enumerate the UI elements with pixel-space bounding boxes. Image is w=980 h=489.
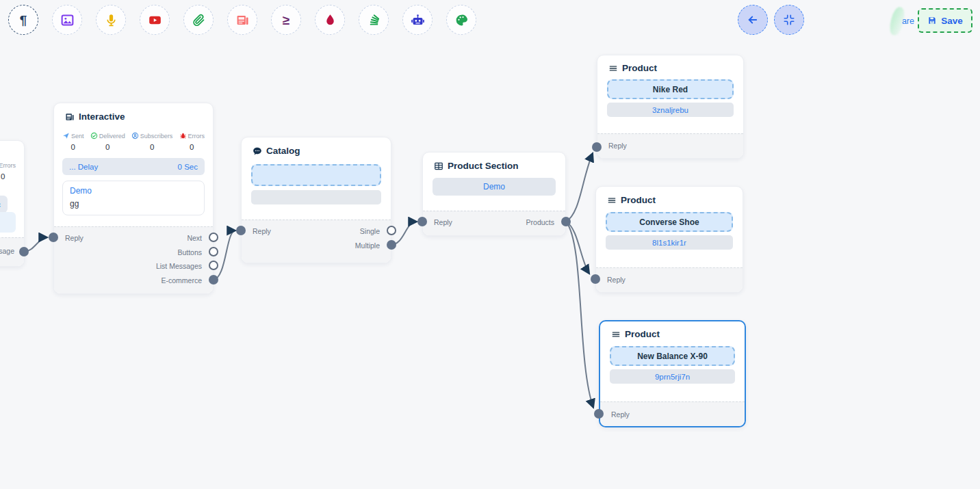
- hidden-port-message-label: Message: [0, 247, 14, 255]
- stat-label: Delivered: [99, 133, 125, 140]
- hidden-errors-value: 0: [1, 172, 5, 181]
- product-name-box[interactable]: Converse Shoe: [606, 212, 733, 232]
- paperclip-icon: [192, 13, 206, 27]
- hidden-delay-value: 0 Sec: [0, 200, 1, 209]
- paragraph-icon: ¶: [20, 14, 27, 27]
- retailer-id-text: 9prn5rji7n: [655, 373, 690, 381]
- node-interactive[interactable]: Interactive Sent 0 Delivered 0: [53, 103, 214, 294]
- port-interactive-buttons[interactable]: [209, 247, 218, 256]
- palette-icon: [454, 13, 469, 27]
- product-name: Nike Red: [653, 85, 688, 94]
- message-preview[interactable]: Demo gg: [62, 181, 205, 215]
- node-title: Catalog: [266, 146, 300, 156]
- message-body: gg: [70, 199, 197, 209]
- node-product-3[interactable]: Product New Balance X-90 9prn5rji7n Repl…: [599, 320, 746, 427]
- palette-chatbot-button[interactable]: [402, 5, 433, 35]
- microphone-icon: [104, 13, 118, 27]
- section-demo-button[interactable]: Demo: [433, 178, 556, 196]
- section-demo-label: Demo: [483, 182, 505, 191]
- stats-row: Sent 0 Delivered 0 Subscribers 0: [54, 132, 213, 151]
- stat-errors: Errors 0: [179, 132, 205, 151]
- port-catalog-single[interactable]: [387, 226, 396, 235]
- stat-value: 0: [190, 143, 194, 151]
- palette-drip-button[interactable]: [315, 5, 345, 35]
- hidden-delay-chip[interactable]: 0 Sec: [0, 196, 8, 213]
- port-product-section-reply[interactable]: [417, 217, 427, 226]
- node-product-2[interactable]: Product Converse Shoe 8l1s1kir1r Reply: [595, 186, 743, 293]
- check-circle-icon: [90, 132, 98, 140]
- port-interactive-list-messages[interactable]: [209, 261, 218, 270]
- port-catalog-multiple[interactable]: [387, 240, 396, 250]
- stat-label: Sent: [71, 133, 84, 140]
- catalog-icon: [253, 146, 262, 156]
- product-name: New Balance X-90: [637, 352, 708, 361]
- product-retailer-id: 8l1s1kir1r: [606, 235, 733, 250]
- grid-icon: [434, 161, 443, 171]
- palette-condition-button[interactable]: ≥: [271, 5, 301, 35]
- arrow-left-icon: [747, 14, 759, 26]
- bars-icon: [607, 196, 617, 205]
- stat-delivered: Delivered 0: [90, 132, 125, 151]
- newspaper-icon: [235, 13, 250, 27]
- stat-sent: Sent 0: [62, 132, 84, 151]
- stack-icon: [367, 13, 381, 27]
- palette-image-button[interactable]: [52, 5, 82, 35]
- port-reply-label: Reply: [607, 276, 626, 284]
- stat-label: Errors: [188, 133, 205, 140]
- catalog-dropzone[interactable]: [251, 164, 381, 186]
- edge-products-to-product1-reply: [566, 153, 593, 222]
- greater-equal-icon: ≥: [283, 14, 289, 27]
- stat-value: 0: [71, 143, 75, 151]
- delay-value: 0 Sec: [178, 163, 198, 171]
- share-label-partial: are: [902, 16, 914, 26]
- port-multiple-label: Multiple: [355, 241, 380, 250]
- port-ecommerce-label: E-commerce: [161, 276, 202, 285]
- stat-value: 0: [150, 143, 154, 151]
- port-reply-label: Reply: [434, 218, 452, 226]
- flow-canvas[interactable]: ¶: [0, 0, 980, 489]
- palette-text-button[interactable]: ¶: [8, 5, 38, 35]
- port-catalog-reply[interactable]: [236, 226, 246, 235]
- retailer-id-text: 8l1s1kir1r: [652, 239, 686, 247]
- node-catalog[interactable]: Catalog Reply Single Multiple: [241, 137, 391, 263]
- port-interactive-ecommerce[interactable]: [209, 275, 218, 285]
- port-product2-reply[interactable]: [591, 274, 600, 284]
- user-circle-icon: [131, 132, 139, 140]
- palette-audio-button[interactable]: [96, 5, 126, 35]
- port-product-section-products[interactable]: [561, 217, 571, 226]
- node-palette: ¶: [8, 5, 476, 35]
- catalog-placeholder: [251, 190, 381, 204]
- edge-products-to-product3-reply: [566, 222, 593, 408]
- delay-chip[interactable]: ... Delay 0 Sec: [62, 158, 205, 175]
- palette-stack-button[interactable]: [359, 5, 389, 35]
- port-product3-reply[interactable]: [594, 409, 604, 419]
- port-interactive-next[interactable]: [209, 233, 218, 242]
- hidden-message-chip[interactable]: [0, 212, 16, 233]
- node-title: Product: [622, 63, 657, 73]
- image-icon: [60, 13, 75, 27]
- robot-icon: [411, 13, 425, 27]
- palette-template-button[interactable]: [227, 5, 257, 35]
- youtube-icon: [148, 13, 162, 27]
- compress-icon: [783, 14, 795, 26]
- share-button-partial[interactable]: are: [887, 7, 914, 36]
- port-reply-label: Reply: [611, 410, 630, 419]
- node-product-section[interactable]: Product Section Demo Reply Products: [422, 152, 566, 236]
- product-name-box[interactable]: Nike Red: [607, 79, 734, 99]
- save-button[interactable]: Save: [918, 8, 972, 33]
- palette-video-button[interactable]: [140, 5, 170, 35]
- port-product1-reply[interactable]: [592, 142, 602, 152]
- product-name-box[interactable]: New Balance X-90: [610, 346, 735, 366]
- port-reply-label: Reply: [608, 142, 627, 150]
- node-product-1[interactable]: Product Nike Red 3znaljrebu Reply: [597, 55, 744, 159]
- port-single-label: Single: [360, 227, 380, 235]
- palette-design-button[interactable]: [446, 5, 476, 35]
- back-button[interactable]: [738, 5, 768, 35]
- interactive-icon: [65, 112, 75, 122]
- node-title: Interactive: [79, 111, 125, 122]
- port-hidden-message-out[interactable]: [19, 247, 29, 256]
- send-icon: [62, 132, 70, 140]
- port-interactive-reply[interactable]: [49, 233, 58, 242]
- palette-attachment-button[interactable]: [183, 5, 214, 35]
- fit-view-button[interactable]: [774, 5, 804, 35]
